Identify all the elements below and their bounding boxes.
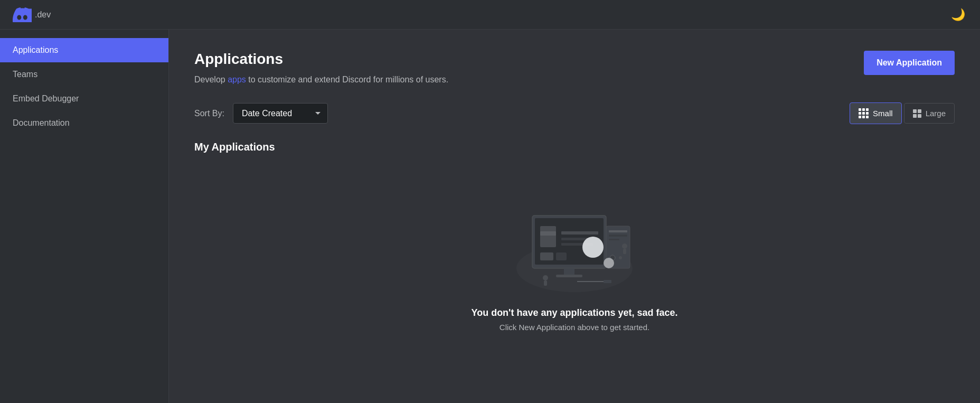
svg-rect-22 [604, 280, 611, 283]
svg-rect-8 [561, 238, 588, 240]
sort-left: Sort By: Date Created Name [194, 103, 328, 124]
sidebar-item-label: Embed Debugger [13, 94, 79, 104]
svg-rect-3 [564, 268, 574, 275]
subtitle-suffix: to customize and extend Discord for mill… [246, 75, 448, 84]
svg-rect-24 [623, 249, 626, 254]
svg-rect-21 [544, 280, 547, 286]
page-header: Applications Develop apps to customize a… [194, 51, 955, 86]
sidebar-item-embed-debugger[interactable]: Embed Debugger [0, 87, 168, 111]
svg-rect-7 [561, 231, 598, 235]
main-layout: Applications Teams Embed Debugger Docume… [0, 30, 980, 403]
subtitle-prefix: Develop [194, 75, 228, 84]
svg-rect-5 [540, 226, 556, 247]
sort-label: Sort By: [194, 109, 224, 118]
logo-text: .dev [35, 10, 51, 20]
page-title-section: Applications Develop apps to customize a… [194, 51, 448, 86]
sidebar-item-applications[interactable]: Applications [0, 38, 168, 62]
sort-bar: Sort By: Date Created Name Small [194, 102, 955, 124]
svg-point-19 [604, 258, 614, 268]
svg-rect-13 [609, 230, 627, 232]
top-navigation: .dev 🌙 [0, 0, 980, 30]
page-subtitle: Develop apps to customize and extend Dis… [194, 74, 448, 86]
svg-rect-10 [540, 252, 553, 260]
view-small-label: Small [873, 109, 893, 118]
svg-rect-6 [540, 231, 556, 236]
svg-rect-11 [556, 252, 567, 260]
moon-icon: 🌙 [951, 8, 965, 21]
empty-state: You don't have any applications yet, sad… [194, 179, 955, 353]
sidebar-item-label: Applications [13, 45, 58, 55]
view-toggle: Small Large [850, 102, 955, 124]
sidebar-item-teams[interactable]: Teams [0, 62, 168, 87]
empty-state-title: You don't have any applications yet, sad… [471, 307, 677, 318]
svg-rect-15 [609, 239, 619, 240]
sidebar-item-label: Documentation [13, 118, 70, 128]
apps-link[interactable]: apps [228, 75, 246, 84]
svg-point-20 [543, 275, 548, 280]
svg-point-23 [622, 243, 627, 249]
sidebar-item-label: Teams [13, 70, 37, 79]
view-large-button[interactable]: Large [904, 103, 955, 124]
sidebar-item-documentation[interactable]: Documentation [0, 111, 168, 135]
sort-select[interactable]: Date Created Name [233, 103, 328, 124]
my-applications-section: My Applications [194, 141, 955, 353]
empty-state-subtitle: Click New Application above to get start… [500, 323, 649, 332]
svg-rect-4 [556, 275, 582, 277]
svg-rect-14 [609, 235, 627, 237]
section-title: My Applications [194, 141, 955, 153]
page-content: Applications Develop apps to customize a… [169, 30, 980, 403]
grid-small-icon [859, 108, 869, 118]
sidebar: Applications Teams Embed Debugger Docume… [0, 30, 169, 403]
empty-illustration [501, 200, 648, 295]
svg-point-18 [582, 237, 604, 258]
grid-large-icon [913, 109, 921, 118]
new-application-button[interactable]: New Application [864, 51, 955, 75]
theme-toggle-button[interactable]: 🌙 [949, 6, 967, 24]
logo[interactable]: .dev [13, 7, 51, 22]
discord-logo-icon [13, 7, 32, 22]
view-small-button[interactable]: Small [850, 102, 902, 124]
svg-point-17 [619, 256, 622, 259]
view-large-label: Large [926, 109, 946, 118]
page-title: Applications [194, 51, 448, 68]
